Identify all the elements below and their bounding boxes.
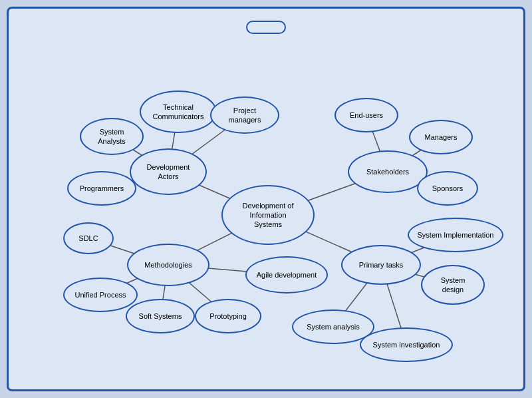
diagram-container: Development ofInformationSystemsDevelopm…	[7, 7, 525, 391]
node-sys-impl: System Implementation	[408, 218, 503, 252]
node-methodologies: Methodologies	[127, 244, 209, 286]
node-soft-systems: Soft Systems	[126, 299, 195, 333]
node-unified-process: Unified Process	[63, 278, 138, 312]
node-tech-comm: TechnicalCommunicators	[140, 91, 217, 133]
node-center: Development ofInformationSystems	[221, 185, 315, 245]
node-sys-design: Systemdesign	[421, 265, 485, 305]
node-end-users: End-users	[334, 98, 398, 132]
node-sys-invest: System investigation	[360, 327, 453, 362]
node-programmers: Programmers	[67, 171, 136, 206]
diagram-title	[246, 21, 286, 34]
node-prototyping: Prototyping	[195, 299, 261, 333]
node-sponsors: Sponsors	[417, 171, 478, 206]
node-agile: Agile development	[245, 256, 328, 294]
node-managers: Managers	[409, 120, 473, 154]
node-sdlc: SDLC	[63, 222, 114, 254]
node-proj-managers: Projectmanagers	[210, 97, 279, 134]
node-primary-tasks: Primary tasks	[341, 245, 421, 285]
node-dev-actors: DevelopmentActors	[130, 148, 207, 195]
node-sys-analysts: SystemAnalysts	[80, 118, 144, 155]
node-stakeholders: Stakeholders	[348, 150, 428, 193]
